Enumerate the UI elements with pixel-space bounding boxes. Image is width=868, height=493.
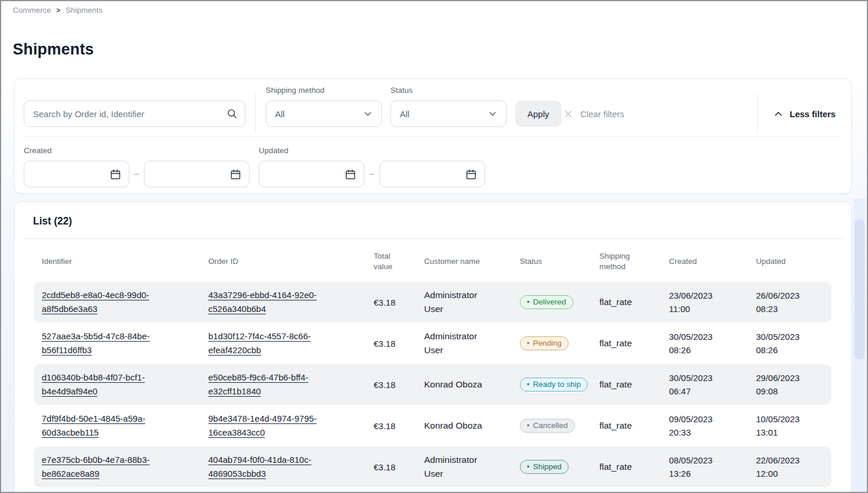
identifier-link[interactable]: 7df9f4bd-50e1-4845-a59a-60d3acbeb115 bbox=[42, 412, 168, 440]
close-icon bbox=[563, 109, 573, 119]
customer-name: Administrator User bbox=[424, 453, 489, 481]
filter-divider bbox=[757, 93, 758, 133]
table-row: 7df9f4bd-50e1-4845-a59a-60d3acbeb115 9b4… bbox=[34, 405, 831, 446]
created-to-field bbox=[144, 161, 249, 187]
column-header-updated: Updated bbox=[756, 256, 831, 267]
status-dot-icon: • bbox=[527, 298, 530, 306]
shipping-method-label: Shipping method bbox=[266, 86, 324, 95]
shipping-method: flat_rate bbox=[599, 338, 669, 349]
status-badge-label: Cancelled bbox=[533, 421, 568, 430]
status-badge: • Cancelled bbox=[520, 419, 575, 433]
range-dash: – bbox=[134, 168, 139, 178]
filters-panel: Shipping method All Status All Apply Cle… bbox=[14, 78, 852, 194]
updated-to-field bbox=[379, 161, 485, 187]
search-field bbox=[24, 100, 245, 127]
updated-datetime: 26/06/202308:23 bbox=[756, 289, 831, 316]
table-header-row: Identifier Order ID Total value Customer… bbox=[34, 245, 831, 278]
status-badge-label: Ready to ship bbox=[533, 380, 581, 389]
identifier-link[interactable]: 2cdd5eb8-e8a0-4ec8-99d0-a8f5db6e3a63 bbox=[42, 288, 168, 316]
status-dot-icon: • bbox=[527, 421, 530, 430]
customer-name: Konrad Oboza bbox=[424, 419, 489, 433]
updated-from-field bbox=[259, 161, 364, 187]
table-row: 527aae3a-5b5d-47c8-84be-b56f11d6ffb3 b1d… bbox=[34, 323, 831, 364]
column-header-customer-name: Customer name bbox=[424, 256, 520, 267]
breadcrumb: Commerce > Shipments bbox=[13, 6, 103, 14]
table-row: d106340b-b4b8-4f07-bcf1-b4e4d9af94e0 e50… bbox=[34, 364, 831, 405]
status-badge-label: Pending bbox=[533, 339, 562, 347]
shipping-method-value: All bbox=[275, 109, 285, 119]
identifier-link[interactable]: 527aae3a-5b5d-47c8-84be-b56f11d6ffb3 bbox=[42, 329, 168, 357]
order-id-link[interactable]: e50ceb85-f9c6-47b6-bff4-e32cff1b1840 bbox=[208, 371, 335, 398]
shipping-method: flat_rate bbox=[599, 462, 669, 472]
updated-from-input[interactable] bbox=[259, 161, 335, 187]
created-datetime: 30/05/202308:26 bbox=[669, 330, 756, 357]
customer-name: Administrator User bbox=[424, 288, 489, 316]
created-datetime: 23/06/202311:00 bbox=[669, 289, 756, 316]
updated-to-input[interactable] bbox=[380, 161, 455, 187]
status-label: Status bbox=[390, 86, 413, 95]
total-value: €3.18 bbox=[374, 380, 424, 390]
created-from-input[interactable] bbox=[24, 161, 100, 187]
created-to-input[interactable] bbox=[144, 161, 220, 187]
column-header-order-id: Order ID bbox=[208, 256, 374, 267]
created-datetime: 09/05/202320:33 bbox=[669, 412, 756, 440]
less-filters-button[interactable]: Less filters bbox=[773, 101, 836, 126]
range-dash: – bbox=[369, 168, 374, 178]
column-header-created: Created bbox=[669, 256, 756, 267]
column-header-identifier: Identifier bbox=[42, 256, 208, 267]
calendar-icon[interactable] bbox=[109, 168, 123, 182]
breadcrumb-item-commerce[interactable]: Commerce bbox=[13, 6, 51, 14]
order-id-link[interactable]: 404ab794-f0f0-41da-810c-4869053cbbd3 bbox=[208, 453, 335, 481]
status-badge: • Delivered bbox=[520, 295, 573, 309]
order-id-link[interactable]: 43a37296-ebbd-4164-92e0-c526a340b6b4 bbox=[208, 288, 335, 316]
shipping-method: flat_rate bbox=[599, 297, 669, 307]
table-row: 2cdd5eb8-e8a0-4ec8-99d0-a8f5db6e3a63 43a… bbox=[34, 282, 831, 322]
updated-datetime: 30/05/202308:26 bbox=[756, 330, 831, 357]
status-badge: • Ready to ship bbox=[520, 378, 588, 392]
apply-button[interactable]: Apply bbox=[516, 101, 561, 126]
list-title: List (22) bbox=[33, 215, 72, 227]
created-datetime: 08/05/202313:26 bbox=[669, 454, 756, 481]
chevron-up-icon bbox=[773, 109, 783, 119]
shipping-method: flat_rate bbox=[599, 379, 669, 390]
filter-divider bbox=[255, 93, 256, 133]
less-filters-label: Less filters bbox=[790, 109, 836, 119]
table-body: 2cdd5eb8-e8a0-4ec8-99d0-a8f5db6e3a63 43a… bbox=[34, 282, 831, 488]
clear-filters-button[interactable]: Clear filters bbox=[563, 101, 624, 126]
breadcrumb-item-shipments: Shipments bbox=[66, 6, 103, 14]
calendar-icon[interactable] bbox=[465, 168, 479, 182]
identifier-link[interactable]: d106340b-b4b8-4f07-bcf1-b4e4d9af94e0 bbox=[42, 371, 168, 398]
table-row: e7e375cb-6b0b-4e7a-88b3-be862ace8a89 404… bbox=[34, 447, 831, 487]
identifier-link[interactable]: e7e375cb-6b0b-4e7a-88b3-be862ace8a89 bbox=[42, 453, 168, 481]
updated-datetime: 29/06/202309:08 bbox=[756, 371, 831, 398]
total-value: €3.18 bbox=[374, 421, 424, 431]
status-badge: • Pending bbox=[520, 336, 569, 350]
updated-label: Updated bbox=[259, 146, 288, 155]
scrollbar-thumb[interactable] bbox=[855, 219, 865, 360]
page-title: Shipments bbox=[13, 41, 94, 59]
updated-datetime: 22/06/202312:00 bbox=[756, 454, 831, 481]
updated-datetime: 10/05/202313:01 bbox=[756, 412, 831, 440]
column-header-shipping-method: Shipping method bbox=[599, 251, 642, 272]
shipping-method-select[interactable]: All bbox=[266, 100, 382, 127]
customer-name: Administrator User bbox=[424, 329, 489, 357]
shipments-list-panel: List (22) Identifier Order ID Total valu… bbox=[14, 201, 852, 493]
order-id-link[interactable]: b1d30f12-7f4c-4557-8c66-efeaf4220cbb bbox=[208, 329, 335, 357]
status-badge-label: Delivered bbox=[533, 298, 566, 306]
total-value: €3.18 bbox=[374, 462, 424, 472]
breadcrumb-separator-icon: > bbox=[56, 6, 60, 14]
total-value: €3.18 bbox=[374, 298, 424, 307]
calendar-icon[interactable] bbox=[229, 168, 243, 182]
chevron-down-icon bbox=[488, 109, 497, 118]
status-value: All bbox=[400, 109, 410, 119]
status-badge: • Shipped bbox=[520, 460, 569, 474]
status-dot-icon: • bbox=[527, 380, 530, 389]
status-select[interactable]: All bbox=[390, 100, 507, 127]
status-dot-icon: • bbox=[527, 339, 530, 347]
order-id-link[interactable]: 9b4e3478-1e4d-4974-9795-16cea3843cc0 bbox=[208, 412, 335, 440]
column-header-total-value: Total value bbox=[374, 251, 404, 272]
calendar-icon[interactable] bbox=[344, 168, 358, 182]
search-icon bbox=[226, 108, 238, 119]
search-input[interactable] bbox=[24, 100, 245, 127]
created-label: Created bbox=[24, 146, 52, 155]
